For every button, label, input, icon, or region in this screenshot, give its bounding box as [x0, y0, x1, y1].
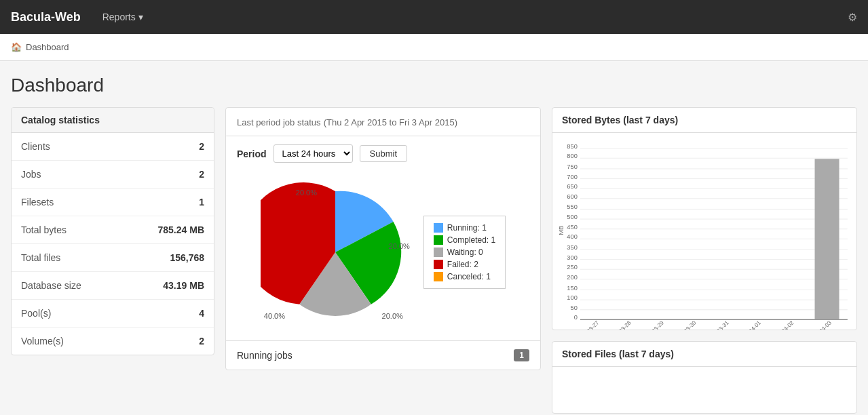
pie-label-1: 20.0%	[296, 189, 317, 197]
svg-text:03-30: 03-30	[682, 319, 697, 330]
stat-label: Jobs	[21, 169, 41, 180]
svg-text:03-29: 03-29	[650, 319, 665, 330]
stat-value: 4	[199, 308, 204, 319]
stored-files-header: Stored Files (last 7 days)	[552, 342, 856, 367]
legend-item: Completed: 1	[434, 235, 495, 245]
breadcrumb: 🏠 Dashboard	[0, 34, 868, 61]
dashboard-layout: Catalog statistics Clients 2 Jobs 2 File…	[11, 107, 857, 414]
catalog-stat-row: Clients 2	[12, 133, 214, 161]
svg-text:04-02: 04-02	[780, 319, 795, 330]
running-jobs-label: Running jobs	[237, 350, 293, 361]
pie-legend: Running: 1 Completed: 1 Waiting: 0 Faile…	[423, 216, 506, 289]
legend-color-swatch	[434, 248, 443, 257]
pie-chart: 20.0% 20.0% 20.0% 40.0%	[261, 178, 410, 327]
svg-text:350: 350	[567, 244, 577, 251]
gear-icon[interactable]: ⚙	[848, 11, 857, 24]
svg-text:04-03: 04-03	[818, 319, 833, 330]
stat-value: 2	[199, 141, 204, 152]
pie-label-3: 20.0%	[382, 312, 403, 320]
stat-label: Total files	[21, 252, 60, 263]
pie-chart-area: 20.0% 20.0% 20.0% 40.0% Running: 1 Compl…	[226, 171, 540, 340]
catalog-stat-row: Pool(s) 4	[12, 300, 214, 328]
stat-label: Filesets	[21, 197, 54, 208]
breadcrumb-label: Dashboard	[26, 42, 69, 52]
stat-label: Volume(s)	[21, 336, 64, 347]
stat-value: 2	[199, 169, 204, 180]
catalog-stat-row: Database size 43.19 MB	[12, 272, 214, 300]
svg-text:500: 500	[567, 214, 577, 220]
stat-label: Total bytes	[21, 224, 67, 235]
page-title: Dashboard	[11, 75, 857, 96]
legend-label: Completed: 1	[447, 235, 495, 245]
brand-logo: Bacula-Web	[11, 10, 81, 24]
stat-label: Database size	[21, 280, 81, 291]
catalog-stat-row: Volume(s) 2	[12, 328, 214, 355]
reports-menu[interactable]: Reports ▾	[94, 12, 151, 22]
stored-files-content	[552, 367, 856, 408]
job-panel-header: Last period job status (Thu 2 Apr 2015 t…	[226, 108, 540, 136]
catalog-stat-row: Filesets 1	[12, 189, 214, 216]
catalog-stat-row: Total bytes 785.24 MB	[12, 216, 214, 244]
submit-button[interactable]: Submit	[360, 145, 407, 162]
svg-text:04-01: 04-01	[747, 319, 762, 330]
svg-text:450: 450	[567, 224, 577, 231]
pie-label-4: 40.0%	[264, 312, 285, 320]
bar-04-03	[815, 159, 839, 319]
legend-label: Running: 1	[447, 223, 487, 233]
svg-text:200: 200	[567, 274, 577, 281]
period-select[interactable]: Last 24 hoursLast 48 hoursLast weekLast …	[273, 144, 353, 163]
stat-label: Clients	[21, 141, 50, 152]
svg-text:150: 150	[567, 284, 577, 291]
svg-text:0: 0	[574, 314, 578, 321]
job-panel: Last period job status (Thu 2 Apr 2015 t…	[225, 107, 541, 370]
reports-label: Reports	[102, 12, 136, 22]
svg-text:600: 600	[567, 193, 577, 200]
svg-text:400: 400	[567, 233, 577, 240]
period-row: Period Last 24 hoursLast 48 hoursLast we…	[226, 136, 540, 171]
legend-item: Running: 1	[434, 223, 495, 233]
main-content: Dashboard Catalog statistics Clients 2 J…	[0, 61, 868, 415]
stored-bytes-panel: Stored Bytes (last 7 days) 850 800 750 7…	[552, 107, 857, 330]
svg-text:03-27: 03-27	[585, 319, 600, 330]
stat-value: 156,768	[170, 252, 204, 263]
svg-text:50: 50	[571, 304, 578, 311]
dropdown-icon: ▾	[138, 12, 143, 22]
job-status-title: Last period job status	[237, 117, 321, 127]
navbar: Bacula-Web Reports ▾ ⚙	[0, 0, 868, 34]
svg-text:800: 800	[567, 153, 577, 159]
catalog-header: Catalog statistics	[12, 108, 214, 133]
legend-color-swatch	[434, 260, 443, 269]
legend-item: Waiting: 0	[434, 248, 495, 257]
running-jobs-bar: Running jobs 1	[226, 340, 540, 370]
stored-files-panel: Stored Files (last 7 days)	[552, 341, 857, 414]
home-icon: 🏠	[11, 42, 22, 52]
svg-text:550: 550	[567, 203, 577, 210]
svg-text:250: 250	[567, 264, 577, 271]
stat-value: 2	[199, 336, 204, 347]
svg-text:300: 300	[567, 254, 577, 261]
catalog-panel: Catalog statistics Clients 2 Jobs 2 File…	[11, 107, 214, 355]
legend-label: Canceled: 1	[447, 272, 491, 281]
bar-chart-svg: 850 800 750 700 650 600 550 500 450 400 …	[558, 138, 851, 330]
svg-text:700: 700	[567, 173, 577, 180]
stat-value: 785.24 MB	[158, 224, 204, 235]
right-panels: Stored Bytes (last 7 days) 850 800 750 7…	[552, 107, 857, 414]
period-label: Period	[237, 149, 267, 159]
stored-bytes-chart: 850 800 750 700 650 600 550 500 450 400 …	[552, 133, 856, 330]
stat-label: Pool(s)	[21, 308, 51, 319]
breadcrumb-link[interactable]: 🏠 Dashboard	[11, 42, 69, 52]
pie-label-2: 20.0%	[389, 242, 410, 250]
job-status-date: (Thu 2 Apr 2015 to Fri 3 Apr 2015)	[324, 117, 457, 127]
catalog-stat-row: Total files 156,768	[12, 244, 214, 272]
svg-text:650: 650	[567, 183, 577, 190]
catalog-stat-row: Jobs 2	[12, 161, 214, 189]
svg-text:MB: MB	[558, 226, 565, 235]
stat-value: 43.19 MB	[163, 280, 204, 291]
stat-value: 1	[199, 197, 204, 208]
legend-item: Canceled: 1	[434, 272, 495, 281]
svg-text:100: 100	[567, 294, 577, 301]
svg-text:03-28: 03-28	[618, 319, 633, 330]
legend-label: Waiting: 0	[447, 248, 483, 257]
legend-label: Failed: 2	[447, 260, 478, 269]
svg-text:03-31: 03-31	[715, 319, 730, 330]
